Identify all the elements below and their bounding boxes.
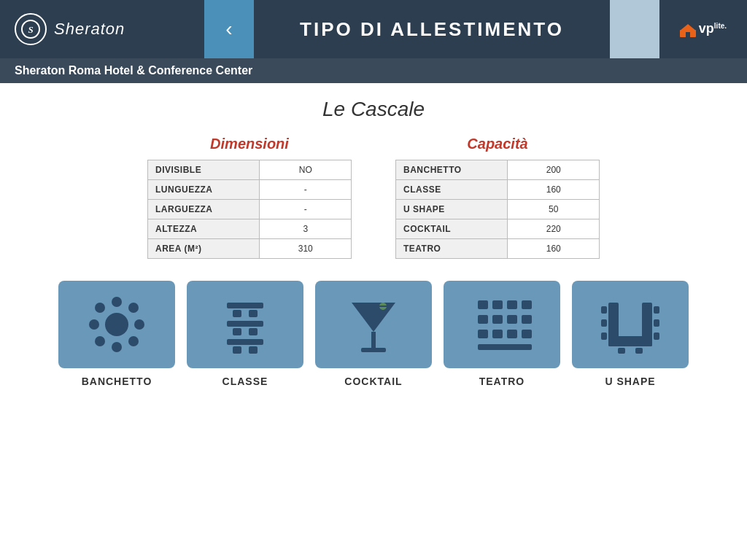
table-row: TEATRO160 xyxy=(396,239,600,259)
card-label-classe: CLASSE xyxy=(222,376,268,387)
capacita-table: BANCHETTO200CLASSE160U SHAPE50COCKTAIL22… xyxy=(395,160,600,259)
svg-point-8 xyxy=(89,319,99,330)
svg-point-9 xyxy=(134,319,144,330)
card-icon-ushape xyxy=(572,281,689,368)
card-icon-cocktail xyxy=(315,281,432,368)
card-ushape[interactable]: U SHAPE xyxy=(572,281,689,387)
card-icon-teatro xyxy=(444,281,560,368)
svg-rect-15 xyxy=(233,310,241,317)
card-label-cocktail: COCKTAIL xyxy=(344,376,402,387)
svg-rect-33 xyxy=(492,315,503,324)
card-label-teatro: TEATRO xyxy=(479,376,525,387)
svg-rect-24 xyxy=(371,332,376,348)
svg-rect-38 xyxy=(507,330,517,338)
svg-rect-50 xyxy=(618,348,625,354)
card-teatro[interactable]: TEATRO xyxy=(444,281,560,387)
svg-rect-36 xyxy=(478,330,488,338)
svg-point-13 xyxy=(128,336,139,346)
svg-rect-51 xyxy=(635,348,643,354)
svg-rect-40 xyxy=(478,344,532,350)
table-row: COCKTAIL220 xyxy=(396,219,600,239)
table-row: LUNGUEZZA- xyxy=(148,180,352,200)
card-label-banchetto: BANCHETTO xyxy=(82,376,152,387)
sheraton-icon: S xyxy=(15,13,47,45)
svg-rect-22 xyxy=(249,346,258,354)
svg-rect-18 xyxy=(233,328,241,335)
card-banchetto[interactable]: BANCHETTO xyxy=(58,281,175,387)
room-title: Le Cascale xyxy=(22,98,725,121)
table-row: CLASSE160 xyxy=(396,180,600,200)
svg-text:S: S xyxy=(28,24,33,35)
svg-point-7 xyxy=(112,342,122,352)
back-arrow-icon: ‹ xyxy=(225,18,232,41)
vp-logo: vplite. xyxy=(659,21,747,36)
svg-rect-47 xyxy=(654,306,659,314)
card-icon-classe xyxy=(187,281,303,368)
capacita-title: Capacità xyxy=(395,136,600,152)
table-row: BANCHETTO200 xyxy=(396,160,600,180)
svg-rect-31 xyxy=(522,300,532,309)
svg-rect-34 xyxy=(507,315,517,324)
card-cocktail[interactable]: COCKTAIL xyxy=(315,281,432,387)
table-row: LARGUEZZA- xyxy=(148,200,352,219)
svg-rect-14 xyxy=(227,303,263,308)
dimensioni-block: Dimensioni DIVISIBLENOLUNGUEZZA-LARGUEZZ… xyxy=(147,136,352,259)
svg-rect-29 xyxy=(492,300,503,309)
subheader-text: Sheraton Roma Hotel & Conference Center xyxy=(15,64,252,77)
vp-logo-icon: vplite. xyxy=(680,21,727,36)
svg-point-6 xyxy=(112,297,122,307)
svg-rect-44 xyxy=(601,306,607,314)
card-icon-banchetto xyxy=(58,281,175,368)
svg-marker-3 xyxy=(680,24,696,31)
sheraton-text: Sheraton xyxy=(54,20,125,39)
table-row: U SHAPE50 xyxy=(396,200,600,219)
svg-point-12 xyxy=(95,336,105,346)
table-row: DIVISIBLENO xyxy=(148,160,352,180)
svg-rect-16 xyxy=(249,310,258,317)
svg-rect-39 xyxy=(522,330,532,338)
svg-point-5 xyxy=(105,313,128,336)
back-button[interactable]: ‹ xyxy=(204,0,254,58)
svg-rect-32 xyxy=(478,315,488,324)
svg-rect-49 xyxy=(654,332,659,340)
svg-rect-43 xyxy=(608,336,652,346)
svg-rect-48 xyxy=(654,319,659,327)
svg-rect-21 xyxy=(233,346,241,354)
svg-rect-37 xyxy=(492,330,503,338)
page-title: TIPO DI ALLESTIMENTO xyxy=(254,18,610,41)
card-label-ushape: U SHAPE xyxy=(605,376,655,387)
svg-point-11 xyxy=(128,303,139,313)
main-content: Le Cascale Dimensioni DIVISIBLENOLUNGUEZ… xyxy=(0,83,747,402)
capacita-block: Capacità BANCHETTO200CLASSE160U SHAPE50C… xyxy=(395,136,600,259)
table-row: ALTEZZA3 xyxy=(148,219,352,239)
svg-rect-19 xyxy=(249,328,258,335)
svg-rect-45 xyxy=(601,319,607,327)
subheader: Sheraton Roma Hotel & Conference Center xyxy=(0,58,747,83)
header-right-button[interactable] xyxy=(610,0,659,58)
svg-rect-35 xyxy=(522,315,532,324)
svg-rect-46 xyxy=(601,332,607,340)
tables-section: Dimensioni DIVISIBLENOLUNGUEZZA-LARGUEZZ… xyxy=(22,136,725,259)
dimensioni-title: Dimensioni xyxy=(147,136,352,152)
svg-rect-17 xyxy=(227,321,263,327)
table-row: AREA (m²)310 xyxy=(148,239,352,259)
svg-rect-30 xyxy=(507,300,517,309)
svg-rect-20 xyxy=(227,339,263,345)
svg-rect-4 xyxy=(686,32,690,37)
svg-point-10 xyxy=(95,303,105,313)
svg-rect-28 xyxy=(478,300,488,309)
logo-section: S Sheraton xyxy=(0,13,204,45)
cards-section: BANCHETTO xyxy=(22,281,725,387)
card-classe[interactable]: CLASSE xyxy=(187,281,303,387)
header: S Sheraton ‹ TIPO DI ALLESTIMENTO vplite… xyxy=(0,0,747,58)
svg-rect-25 xyxy=(361,348,386,352)
dimensioni-table: DIVISIBLENOLUNGUEZZA-LARGUEZZA-ALTEZZA3A… xyxy=(147,160,352,259)
